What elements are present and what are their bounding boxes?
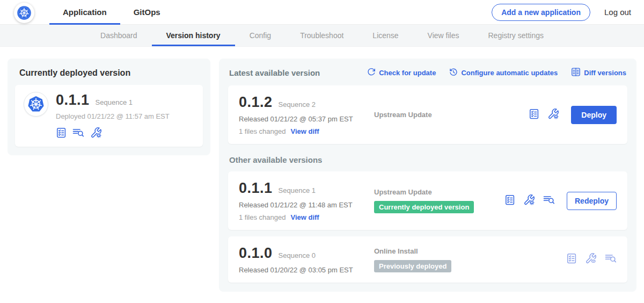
- refresh-icon: [367, 68, 376, 78]
- config-icon[interactable]: [90, 127, 102, 139]
- view-files-icon[interactable]: [72, 127, 84, 138]
- version-source: Upstream Update: [374, 111, 432, 119]
- preflight-checks-icon[interactable]: [566, 253, 577, 266]
- subnav-tab-license[interactable]: License: [358, 25, 413, 46]
- deployed-timestamp: Deployed 01/21/22 @ 11:57 am EST: [56, 112, 170, 120]
- view-files-icon[interactable]: [543, 194, 555, 207]
- config-icon[interactable]: [547, 108, 559, 122]
- add-application-button[interactable]: Add a new application: [492, 4, 590, 21]
- subnav-tab-version-history[interactable]: Version history: [152, 25, 235, 46]
- currently-deployed-badge: Currently deployed version: [374, 201, 474, 213]
- preflight-checks-icon[interactable]: [504, 194, 515, 207]
- released-timestamp: Released 01/21/22 @ 05:37 pm EST: [239, 115, 374, 123]
- currently-deployed-panel: Currently deployed version 0.1.1 Sequenc…: [8, 59, 210, 155]
- subnav-tab-dashboard[interactable]: Dashboard: [86, 25, 152, 46]
- check-for-update-label: Check for update: [379, 69, 436, 77]
- view-files-icon[interactable]: [605, 253, 617, 266]
- diff-versions-link[interactable]: Diff versions: [571, 67, 626, 78]
- version-card-0-1-0: 0.1.0 Sequence 0 Released 01/20/22 @ 03:…: [228, 236, 627, 283]
- app-subnav: Dashboard Version history Config Trouble…: [0, 25, 644, 47]
- logout-button[interactable]: Log out: [604, 8, 631, 17]
- app-tabs: Application GitOps: [49, 0, 174, 25]
- currently-deployed-title: Currently deployed version: [19, 68, 203, 78]
- version-source: Online Install: [374, 247, 418, 255]
- version-sequence: Sequence 1: [279, 186, 316, 194]
- diff-icon: [571, 67, 581, 78]
- version-card-0-1-2: 0.1.2 Sequence 2 Released 01/21/22 @ 05:…: [228, 85, 627, 144]
- configure-automatic-updates-label: Configure automatic updates: [461, 69, 558, 77]
- released-timestamp: Released 01/20/22 @ 03:05 pm EST: [239, 266, 374, 274]
- tab-application[interactable]: Application: [49, 0, 120, 25]
- deploy-button[interactable]: Deploy: [571, 106, 617, 124]
- version-history-panel: Latest available version Check for updat…: [219, 59, 636, 292]
- previously-deployed-badge: Previously deployed: [374, 260, 451, 272]
- version-sequence: Sequence 2: [279, 100, 316, 109]
- top-navbar: Application GitOps Add a new application…: [0, 0, 644, 25]
- view-config-icon[interactable]: [585, 252, 597, 266]
- subnav-tab-config[interactable]: Config: [235, 25, 286, 46]
- config-icon[interactable]: [523, 194, 535, 208]
- latest-available-heading: Latest available version: [229, 68, 320, 77]
- version-number: 0.1.1: [239, 180, 273, 197]
- view-diff-link[interactable]: View diff: [290, 127, 319, 135]
- currently-deployed-card: 0.1.1 Sequence 1 Deployed 01/21/22 @ 11:…: [15, 85, 203, 147]
- files-changed-label: 1 files changed: [239, 213, 286, 221]
- preflight-checks-icon[interactable]: [56, 127, 67, 138]
- subnav-tab-view-files[interactable]: View files: [413, 25, 474, 46]
- kubernetes-logo[interactable]: [14, 3, 34, 23]
- version-card-0-1-1: 0.1.1 Sequence 1 Released 01/21/22 @ 11:…: [228, 171, 627, 230]
- preflight-checks-icon[interactable]: [529, 109, 539, 121]
- schedule-icon: [449, 68, 458, 78]
- view-diff-link[interactable]: View diff: [290, 213, 319, 221]
- redeploy-button[interactable]: Redeploy: [567, 192, 617, 210]
- version-source: Upstream Update: [374, 188, 432, 196]
- subnav-tab-registry-settings[interactable]: Registry settings: [474, 25, 558, 46]
- app-kubernetes-icon: [24, 92, 48, 117]
- tab-gitops[interactable]: GitOps: [120, 0, 174, 25]
- version-sequence: Sequence 0: [279, 251, 316, 259]
- deployed-version-number: 0.1.1: [56, 92, 90, 109]
- version-number: 0.1.2: [239, 94, 273, 111]
- subnav-tab-troubleshoot[interactable]: Troubleshoot: [286, 25, 358, 46]
- deployed-sequence: Sequence 1: [96, 98, 133, 106]
- main-content: Currently deployed version 0.1.1 Sequenc…: [0, 47, 644, 292]
- diff-versions-label: Diff versions: [584, 69, 626, 77]
- other-available-heading: Other available versions: [229, 155, 626, 164]
- released-timestamp: Released 01/21/22 @ 11:48 am EST: [239, 201, 374, 209]
- files-changed-label: 1 files changed: [239, 127, 286, 135]
- configure-automatic-updates-link[interactable]: Configure automatic updates: [449, 68, 558, 78]
- version-number: 0.1.0: [239, 245, 273, 262]
- check-for-update-link[interactable]: Check for update: [367, 68, 436, 78]
